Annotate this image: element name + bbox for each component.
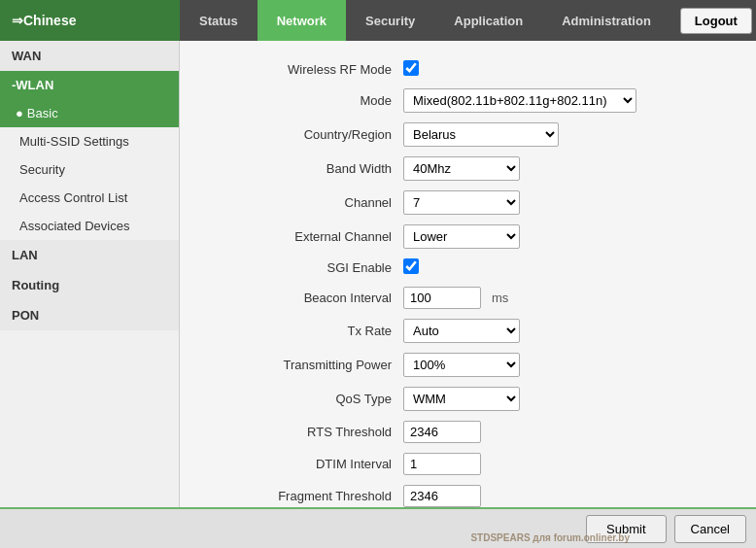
beacon-input[interactable] [403, 287, 481, 309]
sgi-checkbox[interactable] [403, 258, 419, 274]
bandwidth-control: 40Mhz 20Mhz [403, 156, 520, 181]
channel-control: 1234567891011Auto [403, 190, 520, 215]
mode-select[interactable]: Mixed(802.11b+802.11g+802.11n) 802.11b o… [403, 88, 636, 113]
mode-label: Mode [209, 93, 403, 108]
qos-row: QoS Type WMM None [209, 387, 727, 411]
sidebar-item-routing[interactable]: Routing [0, 270, 179, 300]
external-channel-control: Lower Upper [403, 224, 520, 249]
fragment-row: Fragment Threshold [209, 485, 727, 507]
fragment-control [403, 485, 481, 507]
txpower-control: 100% 75% 50% 25% [403, 353, 520, 377]
country-row: Country/Region Belarus Russia USA [209, 122, 727, 147]
fragment-input[interactable] [403, 485, 481, 507]
main-layout: WAN -WLAN ●Basic Multi-SSID Settings Sec… [0, 41, 756, 507]
tab-security[interactable]: Security [346, 0, 434, 41]
sidebar-item-wlan[interactable]: -WLAN [0, 71, 179, 99]
beacon-unit: ms [492, 291, 508, 305]
txrate-label: Tx Rate [209, 324, 403, 338]
wireless-rf-mode-checkbox[interactable] [403, 60, 419, 76]
external-channel-select[interactable]: Lower Upper [403, 224, 520, 249]
action-bar: STDSPEARS для forum.onliner.by Submit Ca… [0, 507, 756, 548]
dtim-label: DTIM Interval [209, 457, 403, 471]
wireless-rf-mode-row: Wireless RF Mode [209, 60, 727, 79]
logout-button[interactable]: Logout [680, 8, 752, 34]
wireless-rf-mode-label: Wireless RF Mode [209, 62, 403, 77]
logo-arrow: ⇒ [12, 13, 23, 28]
txrate-control: Auto 1Mbps 2Mbps [403, 319, 520, 343]
dtim-row: DTIM Interval [209, 453, 727, 475]
txpower-row: Transmitting Power 100% 75% 50% 25% [209, 353, 727, 377]
mode-control: Mixed(802.11b+802.11g+802.11n) 802.11b o… [403, 88, 636, 113]
qos-control: WMM None [403, 387, 520, 411]
bandwidth-select[interactable]: 40Mhz 20Mhz [403, 156, 520, 181]
country-select[interactable]: Belarus Russia USA [403, 122, 559, 147]
channel-label: Channel [209, 195, 403, 210]
watermark: STDSPEARS для forum.onliner.by [470, 532, 630, 543]
beacon-row: Beacon Interval ms [209, 287, 727, 309]
txrate-row: Tx Rate Auto 1Mbps 2Mbps [209, 319, 727, 343]
sidebar-item-access-control[interactable]: Access Control List [0, 184, 179, 212]
sgi-row: SGI Enable [209, 258, 727, 277]
tab-application[interactable]: Application [434, 0, 542, 41]
rts-input[interactable] [403, 421, 481, 443]
fragment-label: Fragment Threshold [209, 489, 403, 503]
logo-text: Chinese [23, 13, 76, 28]
country-control: Belarus Russia USA [403, 122, 559, 147]
channel-select[interactable]: 1234567891011Auto [403, 190, 520, 215]
sgi-label: SGI Enable [209, 260, 403, 275]
sidebar-item-pon[interactable]: PON [0, 300, 179, 330]
sidebar-item-multi-ssid[interactable]: Multi-SSID Settings [0, 127, 179, 155]
tab-status[interactable]: Status [180, 0, 258, 41]
rts-row: RTS Threshold [209, 421, 727, 443]
txpower-label: Transmitting Power [209, 358, 403, 372]
content-area: Wireless RF Mode Mode Mixed(802.11b+802.… [180, 41, 756, 507]
rts-label: RTS Threshold [209, 425, 403, 439]
sidebar-item-lan[interactable]: LAN [0, 240, 179, 270]
sidebar-item-security[interactable]: Security [0, 155, 179, 184]
beacon-label: Beacon Interval [209, 291, 403, 305]
tab-administration[interactable]: Administration [542, 0, 670, 41]
dtim-input[interactable] [403, 453, 481, 475]
country-label: Country/Region [209, 127, 403, 142]
sidebar-item-basic[interactable]: ●Basic [0, 99, 179, 127]
bandwidth-row: Band Width 40Mhz 20Mhz [209, 156, 727, 181]
tab-network[interactable]: Network [258, 0, 346, 41]
logo: ⇒ Chinese [0, 0, 180, 41]
channel-row: Channel 1234567891011Auto [209, 190, 727, 215]
wireless-rf-mode-control [403, 60, 419, 79]
qos-select[interactable]: WMM None [403, 387, 520, 411]
dtim-control [403, 453, 481, 475]
rts-control [403, 421, 481, 443]
nav-tabs: Status Network Security Application Admi… [180, 0, 670, 41]
sidebar: WAN -WLAN ●Basic Multi-SSID Settings Sec… [0, 41, 180, 507]
sidebar-item-associated[interactable]: Associated Devices [0, 212, 179, 240]
beacon-control: ms [403, 287, 508, 309]
sidebar-item-wan[interactable]: WAN [0, 41, 179, 71]
cancel-button[interactable]: Cancel [674, 515, 746, 543]
txrate-select[interactable]: Auto 1Mbps 2Mbps [403, 319, 520, 343]
txpower-select[interactable]: 100% 75% 50% 25% [403, 353, 520, 377]
sgi-control [403, 258, 419, 277]
qos-label: QoS Type [209, 392, 403, 406]
bandwidth-label: Band Width [209, 161, 403, 176]
external-channel-row: External Channel Lower Upper [209, 224, 727, 249]
mode-row: Mode Mixed(802.11b+802.11g+802.11n) 802.… [209, 88, 727, 113]
external-channel-label: External Channel [209, 229, 403, 244]
header: ⇒ Chinese Status Network Security Applic… [0, 0, 756, 41]
